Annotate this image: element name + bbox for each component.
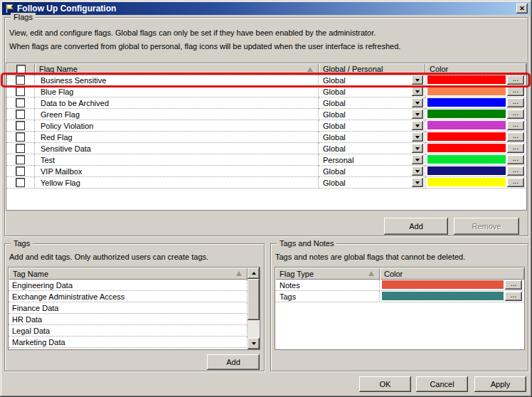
remove-flag-button[interactable]: Remove — [454, 218, 519, 235]
flag-row: Blue FlagGlobal... — [6, 86, 526, 97]
select-all-checkbox[interactable] — [16, 65, 26, 74]
dropdown-button[interactable] — [412, 98, 423, 107]
flag-row: Policy ViolationGlobal... — [6, 120, 526, 132]
flag-scope-value: Global — [323, 179, 346, 187]
tag-list-item[interactable]: Finance Data — [9, 302, 248, 314]
color-picker-button[interactable]: ... — [507, 132, 524, 142]
color-picker-button[interactable]: ... — [507, 75, 524, 85]
scroll-down-button[interactable] — [248, 338, 260, 349]
dropdown-button[interactable] — [412, 121, 423, 130]
add-flag-button[interactable]: Add — [384, 218, 448, 235]
chevron-down-icon — [415, 136, 420, 139]
column-header-color[interactable]: Color — [425, 63, 526, 75]
flag-color-cell: ... — [425, 120, 526, 132]
flag-scope-dropdown[interactable]: Global — [319, 109, 425, 120]
flag-scope-dropdown[interactable]: Global — [319, 132, 425, 143]
color-picker-button[interactable]: ... — [507, 121, 524, 130]
tag-list-item[interactable]: Exchange Administrative Access — [9, 291, 248, 302]
flag-checkbox-cell — [6, 97, 35, 109]
flag-scope-dropdown[interactable]: Global — [319, 120, 425, 132]
tags-description: Add and edit tags. Only authorized users… — [9, 253, 208, 261]
flag-checkbox[interactable] — [16, 178, 25, 187]
scrollbar-thumb[interactable] — [248, 279, 260, 320]
tags-and-notes-body: Notes...Tags... — [275, 280, 524, 302]
flag-scope-dropdown[interactable]: Global — [319, 75, 425, 86]
cancel-button[interactable]: Cancel — [416, 376, 468, 392]
tags-scrollbar[interactable] — [248, 268, 260, 349]
chevron-up-icon — [252, 272, 256, 275]
flag-checkbox[interactable] — [16, 155, 25, 164]
color-picker-button[interactable]: ... — [507, 87, 524, 96]
flag-name-cell: Blue Flag — [35, 86, 319, 97]
flag-name-cell: VIP Mailbox — [35, 166, 319, 177]
flag-scope-dropdown[interactable]: Personal — [319, 154, 425, 166]
dropdown-button[interactable] — [412, 87, 423, 96]
chevron-down-icon — [415, 170, 420, 173]
flag-row: TestPersonal... — [6, 154, 526, 166]
color-picker-button[interactable]: ... — [505, 292, 522, 301]
flag-checkbox-cell — [6, 86, 35, 97]
flag-checkbox[interactable] — [16, 166, 25, 176]
dropdown-button[interactable] — [412, 132, 423, 142]
chevron-down-icon — [415, 102, 420, 105]
ok-button[interactable]: OK — [359, 376, 411, 392]
flag-checkbox-cell — [6, 109, 35, 120]
tag-list-item[interactable]: Engineering Data — [9, 280, 248, 291]
flag-checkbox[interactable] — [16, 75, 25, 85]
flag-color-swatch — [427, 166, 506, 175]
flags-description-2: When flags are converted from global to … — [9, 42, 400, 51]
scroll-up-button[interactable] — [248, 268, 260, 279]
flag-type-color-swatch — [382, 292, 504, 300]
apply-button[interactable]: Apply — [474, 376, 526, 392]
color-picker-button[interactable]: ... — [507, 178, 524, 187]
flag-scope-dropdown[interactable]: Global — [319, 166, 425, 177]
flag-color-cell: ... — [425, 143, 526, 154]
flag-checkbox[interactable] — [16, 110, 25, 119]
flag-color-cell: ... — [425, 166, 526, 177]
add-tag-button[interactable]: Add — [207, 354, 260, 370]
flag-scope-dropdown[interactable]: Global — [319, 143, 425, 154]
color-picker-button[interactable]: ... — [505, 280, 522, 290]
flag-name-cell: Test — [35, 154, 319, 166]
tag-list-item[interactable]: Marketing Data — [9, 337, 248, 348]
color-picker-button[interactable]: ... — [507, 155, 524, 164]
flags-group-label: Flags — [11, 13, 36, 21]
tag-list-item[interactable]: HR Data — [9, 314, 248, 325]
flag-name-cell: Policy Violation — [35, 120, 319, 132]
close-icon[interactable]: ✕ — [516, 4, 528, 14]
flag-type-row: Tags... — [275, 291, 524, 302]
flag-checkbox-cell — [6, 143, 35, 154]
flag-checkbox[interactable] — [16, 144, 25, 153]
column-header-tag-name[interactable]: Tag Name — [9, 268, 248, 280]
flag-scope-dropdown[interactable]: Global — [319, 177, 425, 189]
color-picker-button[interactable]: ... — [507, 98, 524, 107]
color-picker-button[interactable]: ... — [507, 144, 524, 153]
dropdown-button[interactable] — [412, 110, 423, 119]
column-header-scope[interactable]: Global / Personal — [319, 63, 425, 75]
dropdown-button[interactable] — [412, 178, 423, 187]
color-picker-button[interactable]: ... — [507, 110, 524, 119]
color-picker-button[interactable]: ... — [507, 166, 524, 176]
window-title: Follow Up Configuration — [17, 4, 116, 14]
dropdown-button[interactable] — [412, 75, 423, 85]
column-header-flag-type[interactable]: Flag Type — [275, 268, 380, 280]
dropdown-button[interactable] — [412, 144, 423, 153]
chevron-down-icon — [415, 125, 420, 127]
flag-row: Sensitive DataGlobal... — [6, 143, 526, 154]
column-header-color[interactable]: Color — [380, 268, 524, 280]
flag-checkbox[interactable] — [16, 132, 25, 142]
flag-color-swatch — [427, 75, 506, 84]
sort-ascending-icon — [307, 67, 313, 72]
flag-scope-dropdown[interactable]: Global — [319, 97, 425, 109]
column-header-flag-name[interactable]: Flag Name — [35, 63, 319, 75]
chevron-down-icon — [415, 181, 420, 184]
flag-checkbox[interactable] — [16, 87, 25, 96]
tags-table: Tag Name Engineering DataExchange Admini… — [8, 267, 260, 350]
flag-checkbox[interactable] — [16, 121, 25, 130]
dropdown-button[interactable] — [412, 155, 423, 164]
dropdown-button[interactable] — [412, 166, 423, 176]
tag-list-item[interactable]: Legal Data — [9, 325, 248, 337]
flag-scope-dropdown[interactable]: Global — [319, 86, 425, 97]
flag-checkbox[interactable] — [16, 98, 25, 107]
flag-type-name: Notes — [275, 280, 380, 291]
